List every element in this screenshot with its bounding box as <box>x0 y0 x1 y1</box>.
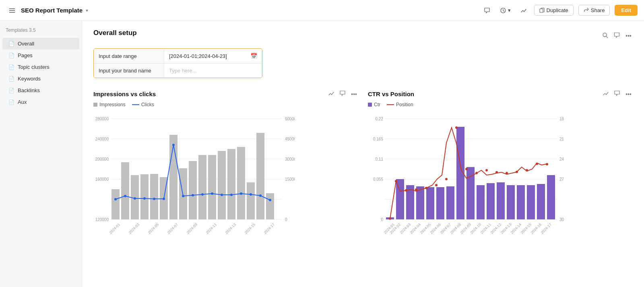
svg-text:15000: 15000 <box>285 177 295 182</box>
svg-point-112 <box>526 169 528 171</box>
svg-point-45 <box>172 144 175 146</box>
svg-rect-90 <box>477 185 485 219</box>
svg-text:27: 27 <box>559 177 564 182</box>
duplicate-button[interactable]: Duplicate <box>534 5 574 16</box>
svg-rect-0 <box>9 8 15 9</box>
svg-rect-31 <box>198 155 206 219</box>
svg-point-51 <box>230 194 233 196</box>
svg-rect-26 <box>150 174 158 219</box>
svg-text:2024-14: 2024-14 <box>510 223 522 235</box>
svg-rect-1 <box>9 10 15 11</box>
svg-text:240000: 240000 <box>95 137 109 141</box>
chart1-legend: Impressions Clicks <box>93 102 358 107</box>
svg-text:2024-09: 2024-09 <box>460 223 472 235</box>
svg-text:2024-15: 2024-15 <box>520 223 532 235</box>
svg-text:120000: 120000 <box>95 217 109 222</box>
svg-point-40 <box>124 195 126 197</box>
chart1-line-icon[interactable] <box>327 89 335 99</box>
svg-point-39 <box>114 198 117 200</box>
svg-point-50 <box>221 194 223 196</box>
chart2-comment-icon[interactable] <box>613 89 621 99</box>
search-icon-btn[interactable] <box>601 31 609 41</box>
sidebar-toggle-button[interactable] <box>6 6 18 15</box>
svg-text:2024-11: 2024-11 <box>205 223 217 235</box>
more-options-btn[interactable]: ••• <box>624 31 633 40</box>
date-range-row: Input date range [2024-01-01;2024-04-23]… <box>94 49 262 64</box>
svg-text:45000: 45000 <box>285 137 295 141</box>
svg-text:2024-07: 2024-07 <box>440 223 452 235</box>
chart2-more-icon[interactable]: ••• <box>624 89 633 99</box>
svg-text:2024-15: 2024-15 <box>244 223 256 235</box>
svg-point-103 <box>435 184 438 186</box>
svg-rect-2 <box>9 12 15 13</box>
svg-rect-93 <box>507 185 515 219</box>
chart1-more-icon[interactable]: ••• <box>350 89 358 99</box>
history-button[interactable]: ▾ <box>497 6 513 15</box>
doc-icon: 📄 <box>8 41 14 47</box>
svg-text:21: 21 <box>559 137 564 141</box>
comment-button[interactable] <box>481 6 493 15</box>
svg-rect-4 <box>540 9 543 12</box>
chart1-comment-icon[interactable] <box>339 89 347 99</box>
svg-text:2024-04: 2024-04 <box>409 223 421 235</box>
svg-point-47 <box>192 194 194 196</box>
ctr-position-chart: CTR vs Position ••• Ctr <box>368 89 633 241</box>
edit-button[interactable]: Edit <box>615 5 638 16</box>
svg-point-43 <box>153 198 155 200</box>
share-button[interactable]: Share <box>578 5 610 16</box>
main-content: Overall setup ••• Input date range [2024… <box>82 21 644 287</box>
sidebar-item-aux[interactable]: 📄 Aux <box>2 96 79 108</box>
svg-text:2024-08: 2024-08 <box>450 223 462 235</box>
svg-rect-29 <box>179 168 187 219</box>
sidebar-item-keywords[interactable]: 📄 Keywords <box>2 73 79 85</box>
svg-rect-84 <box>416 186 424 219</box>
chart2-line-icon[interactable] <box>602 89 610 99</box>
svg-text:2024-05: 2024-05 <box>419 223 431 235</box>
analytics-button[interactable] <box>518 6 529 15</box>
sidebar-item-backlinks[interactable]: 📄 Backlinks <box>2 85 79 96</box>
setup-section-header: Overall setup ••• <box>93 29 633 43</box>
svg-text:2024-07: 2024-07 <box>167 223 179 235</box>
svg-point-114 <box>546 163 548 165</box>
doc-icon-pages: 📄 <box>8 53 14 58</box>
sidebar: Templates 3.5 📄 Overall 📄 Pages 📄 Topic … <box>0 21 82 287</box>
svg-point-113 <box>536 163 538 165</box>
topbar: SEO Report Template ▾ ▾ Duplicate Share … <box>0 0 644 21</box>
calendar-icon: 📅 <box>250 53 257 59</box>
svg-point-44 <box>163 198 165 200</box>
legend-position: Position <box>387 102 413 107</box>
svg-rect-33 <box>218 151 226 219</box>
svg-text:2024-17: 2024-17 <box>540 223 552 235</box>
history-chevron: ▾ <box>508 7 511 13</box>
comment-icon-btn[interactable] <box>613 31 621 41</box>
sidebar-item-overall[interactable]: 📄 Overall <box>2 38 79 50</box>
svg-rect-92 <box>497 182 505 219</box>
position-color-swatch <box>387 104 394 105</box>
brand-name-value[interactable]: Type here... <box>164 64 262 78</box>
svg-rect-28 <box>169 135 178 219</box>
svg-text:160000: 160000 <box>95 177 109 182</box>
svg-rect-37 <box>256 133 264 219</box>
svg-text:2024-11: 2024-11 <box>480 223 492 235</box>
svg-rect-30 <box>189 161 197 219</box>
svg-point-106 <box>465 168 468 170</box>
title-chevron-icon: ▾ <box>86 8 88 13</box>
svg-text:2024-09: 2024-09 <box>186 223 198 235</box>
svg-text:2024-13: 2024-13 <box>500 223 512 235</box>
chart1-title: Impressions vs clicks <box>93 91 156 97</box>
chart2-actions: ••• <box>602 89 633 99</box>
svg-rect-86 <box>436 187 444 219</box>
date-range-value[interactable]: [2024-01-01;2024-04-23] 📅 <box>164 49 262 63</box>
svg-rect-96 <box>537 184 545 219</box>
svg-text:2024-16: 2024-16 <box>530 223 542 235</box>
doc-icon-topic: 📄 <box>8 64 14 70</box>
legend-clicks: Clicks <box>132 102 154 107</box>
svg-point-42 <box>143 197 146 200</box>
sidebar-item-pages[interactable]: 📄 Pages <box>2 50 79 61</box>
sidebar-item-topic-clusters[interactable]: 📄 Topic clusters <box>2 61 79 73</box>
svg-text:24: 24 <box>559 157 564 161</box>
svg-text:60000: 60000 <box>285 117 295 121</box>
legend-ctr: Ctr <box>368 102 380 107</box>
svg-point-104 <box>445 178 448 180</box>
svg-rect-35 <box>237 147 245 219</box>
